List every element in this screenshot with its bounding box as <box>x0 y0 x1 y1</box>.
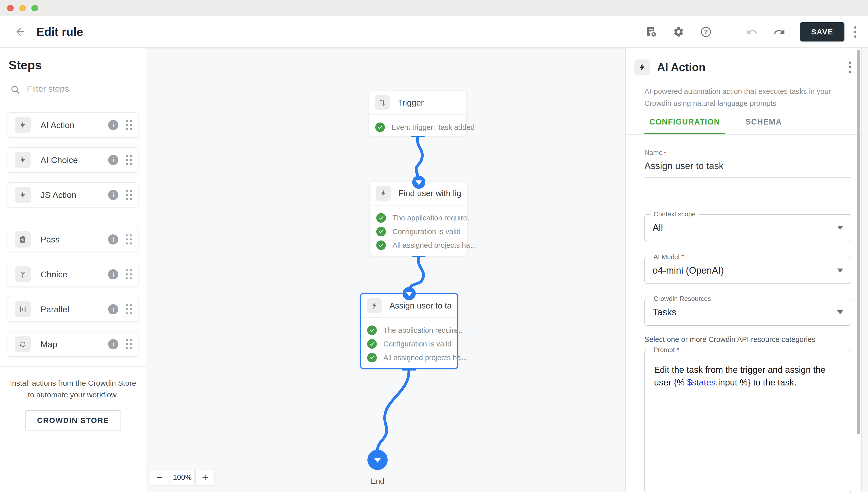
ai-model-select[interactable]: AI Model * o4-mini (OpenAI) <box>645 257 851 284</box>
drag-handle[interactable] <box>126 269 132 279</box>
drag-handle[interactable] <box>126 155 132 165</box>
step-card-label: Map <box>41 339 108 349</box>
window-close-button[interactable] <box>7 5 14 11</box>
step-card-ai-action[interactable]: AI Action <box>7 113 139 138</box>
crowdin-store-button[interactable]: CROWDIN STORE <box>25 410 121 430</box>
info-icon[interactable] <box>108 190 118 200</box>
prompt-text: Edit the task from the trigger and assig… <box>654 364 842 389</box>
scrollbar-track <box>862 48 868 492</box>
chevron-down-icon <box>837 310 843 314</box>
end-node[interactable] <box>367 450 388 470</box>
node-check-text: Configuration is valid <box>392 227 461 236</box>
config-panel: AI Action AI-powered automation action t… <box>625 48 868 492</box>
context-scope-value: All <box>652 222 663 233</box>
info-icon[interactable] <box>108 120 118 130</box>
resources-helper-text: Select one or more Crowdin API resource … <box>645 335 851 344</box>
name-field-label: Name <box>645 149 662 156</box>
node-check-row: Configuration is valid <box>367 339 451 349</box>
connector-arrow-icon <box>403 287 416 300</box>
context-scope-label: Context scope <box>651 210 699 218</box>
save-button[interactable]: SAVE <box>800 22 844 42</box>
context-scope-select[interactable]: Context scope All <box>645 214 851 241</box>
step-card-label: AI Action <box>41 120 108 130</box>
redo-button[interactable] <box>773 26 786 38</box>
node-check-text: All assigned projects ha… <box>392 241 477 249</box>
help-button[interactable]: ? <box>700 26 712 38</box>
store-hint-text: Install actions from the Crowdin Store t… <box>9 377 137 401</box>
window-minimize-button[interactable] <box>19 5 26 11</box>
page-title: Edit rule <box>37 25 83 39</box>
swap-vertical-icon <box>375 95 390 110</box>
info-icon[interactable] <box>108 155 118 165</box>
check-icon <box>375 123 385 132</box>
step-card-label: Choice <box>41 270 108 279</box>
node-check-row: All assigned projects ha… <box>367 353 451 363</box>
prompt-field[interactable]: Prompt * Edit the task from the trigger … <box>645 350 851 492</box>
info-icon[interactable] <box>108 304 118 314</box>
step-card-map[interactable]: Map <box>7 331 139 357</box>
bolt-icon <box>15 187 31 203</box>
redo-icon <box>773 26 786 38</box>
check-icon <box>367 325 377 335</box>
node-trigger[interactable]: Trigger Event trigger: Task added <box>369 91 466 136</box>
step-card-label: JS Action <box>41 190 108 200</box>
gear-icon <box>673 26 684 38</box>
prompt-label: Prompt * <box>651 346 682 354</box>
node-check-row: Event trigger: Task added <box>375 123 460 132</box>
info-icon[interactable] <box>108 339 118 349</box>
drag-handle[interactable] <box>126 190 132 200</box>
step-card-label: AI Choice <box>41 155 108 165</box>
zoom-in-button[interactable]: + <box>195 469 215 486</box>
node-check-text: The application require… <box>383 326 465 335</box>
bolt-icon <box>367 298 382 313</box>
step-card-ai-choice[interactable]: AI Choice <box>7 147 139 173</box>
svg-text:?: ? <box>704 28 708 35</box>
arrow-back-icon <box>14 26 26 38</box>
drag-handle[interactable] <box>126 235 132 245</box>
crowdin-resources-value: Tasks <box>652 307 677 318</box>
window-zoom-button[interactable] <box>31 5 38 11</box>
activity-log-button[interactable] <box>645 26 657 38</box>
window-titlebar <box>0 0 868 16</box>
name-input[interactable] <box>645 157 851 178</box>
panel-title: AI Action <box>657 61 846 74</box>
tab-configuration[interactable]: CONFIGURATION <box>645 113 725 134</box>
node-check-row: The application require… <box>376 213 461 223</box>
drag-handle[interactable] <box>126 120 132 130</box>
info-icon[interactable] <box>108 269 118 279</box>
node-find-user[interactable]: Find user with lighte… The application r… <box>370 182 467 255</box>
step-card-choice[interactable]: Choice <box>7 262 139 287</box>
step-card-pass[interactable]: Pass <box>7 227 139 252</box>
loop-icon <box>15 336 31 352</box>
sidebar-title: Steps <box>8 58 146 72</box>
bolt-icon <box>376 186 391 201</box>
node-check-text: The application require… <box>392 214 475 222</box>
back-button[interactable] <box>13 25 27 39</box>
undo-icon <box>746 26 758 38</box>
drag-handle[interactable] <box>126 339 132 349</box>
tab-schema[interactable]: SCHEMA <box>740 113 788 134</box>
info-icon[interactable] <box>108 235 118 245</box>
panel-description: AI-powered automation action that execut… <box>645 85 851 109</box>
help-icon: ? <box>700 26 712 38</box>
node-check-row: All assigned projects ha… <box>376 241 461 250</box>
scrollbar-thumb[interactable] <box>857 50 860 434</box>
step-card-parallel[interactable]: Parallel <box>7 297 139 322</box>
drag-handle[interactable] <box>126 304 132 314</box>
header-more-button[interactable] <box>851 24 859 40</box>
node-title: Assign user to task <box>389 301 452 311</box>
settings-button[interactable] <box>672 26 685 38</box>
bolt-icon <box>15 152 31 168</box>
panel-more-button[interactable] <box>846 59 854 75</box>
connector-arrow-icon <box>412 176 426 189</box>
crowdin-resources-select[interactable]: Crowdin Resources Tasks <box>645 299 851 326</box>
step-card-js-action[interactable]: JS Action <box>7 182 139 207</box>
undo-button[interactable] <box>746 26 758 38</box>
zoom-out-button[interactable]: − <box>150 469 169 486</box>
crowdin-resources-label: Crowdin Resources <box>651 295 714 303</box>
chevron-down-icon <box>837 226 843 230</box>
workflow-canvas[interactable]: Trigger Event trigger: Task added Find u… <box>146 48 625 492</box>
step-card-label: Pass <box>41 235 108 245</box>
node-assign-user[interactable]: Assign user to task The application requ… <box>360 293 458 369</box>
filter-steps-input[interactable] <box>26 84 139 99</box>
